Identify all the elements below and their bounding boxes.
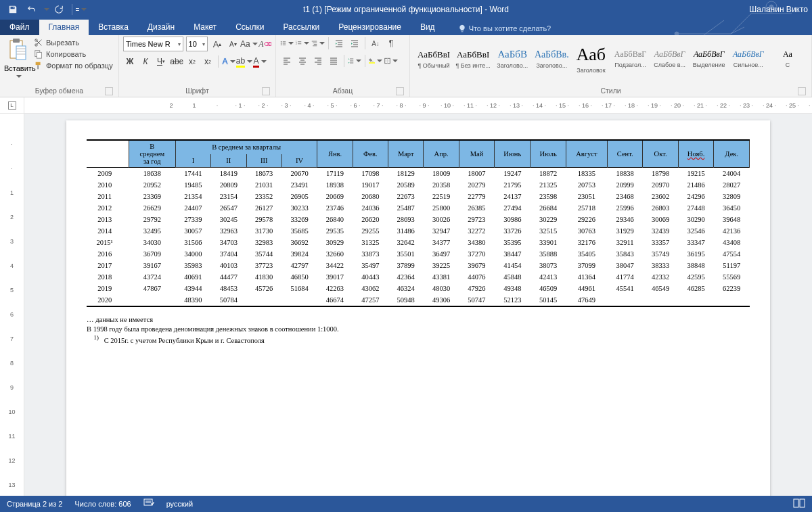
sort-button[interactable]: A↓ [369, 37, 382, 50]
spellcheck-icon[interactable] [143, 498, 154, 509]
window-title: t1 (1) [Режим ограниченной функционально… [303, 5, 509, 14]
borders-button[interactable] [384, 54, 398, 68]
save-icon[interactable] [4, 1, 22, 18]
svg-rect-19 [800, 499, 805, 507]
tab-selector[interactable]: L [8, 101, 16, 110]
tab-design[interactable]: Дизайн [138, 20, 184, 35]
group-label: Буфер обмена [4, 85, 114, 97]
cut-button[interactable]: Вырезать [34, 38, 113, 47]
italic-button[interactable]: К [139, 55, 152, 68]
tab-review[interactable]: Рецензирование [329, 20, 411, 35]
tab-home[interactable]: Главная [39, 20, 89, 35]
format-painter-button[interactable]: Формат по образцу [34, 61, 113, 70]
strikethrough-button[interactable]: abc [170, 55, 183, 68]
change-case-button[interactable]: Aa [242, 37, 256, 51]
svg-rect-4 [13, 39, 20, 43]
show-marks-button[interactable]: ¶ [384, 37, 398, 50]
font-size-combo[interactable]: 10▾ [186, 37, 208, 51]
tab-mailings[interactable]: Рассылки [273, 20, 329, 35]
text-effects-button[interactable]: A [222, 55, 235, 68]
title-bar: = t1 (1) [Режим ограниченной функциональ… [0, 0, 812, 19]
shrink-font-button[interactable]: A▾ [227, 37, 240, 51]
subscript-button[interactable]: x2 [185, 55, 199, 68]
dec-indent-button[interactable] [332, 37, 346, 50]
svg-point-10 [281, 41, 282, 43]
dialog-launcher-icon[interactable] [105, 87, 113, 95]
copy-button[interactable]: Копировать [34, 49, 113, 59]
page-indicator[interactable]: Страница 2 из 2 [7, 500, 62, 508]
horizontal-ruler: L 21·· 1 ·· 2 ·· 3 ·· 4 ·· 5 ·· 6 ·· 7 ·… [0, 97, 812, 114]
style-¶ Обычный[interactable]: АаБбВвІ¶ Обычный [414, 41, 453, 77]
style-Подзагол...[interactable]: АаБбВвГПодзагол... [610, 41, 650, 77]
group-paragraph: 12 A↓ ¶ Абзац [276, 35, 410, 97]
group-clipboard: Вставить Вырезать Копировать Формат по о… [0, 35, 119, 97]
paste-button[interactable]: Вставить [4, 37, 31, 80]
style-Сильное...[interactable]: АаБбВвГСильное... [729, 41, 768, 77]
redo-icon[interactable] [50, 1, 68, 18]
page: Всреднемза годВ среднем за кварталыЯнв.Ф… [66, 120, 770, 499]
user-name: Шаланин Викто [749, 5, 808, 14]
view-read-icon[interactable] [793, 498, 805, 509]
copy-icon [34, 49, 43, 59]
language[interactable]: русский [166, 500, 193, 508]
svg-point-12 [281, 45, 282, 46]
style-С[interactable]: АаС [768, 41, 807, 77]
svg-rect-18 [794, 499, 798, 507]
tab-references[interactable]: Ссылки [226, 20, 273, 35]
ribbon: Вставить Вырезать Копировать Формат по о… [0, 35, 812, 97]
word-count[interactable]: Число слов: 606 [74, 500, 131, 508]
style-¶ Без инте...[interactable]: АаБбВвІ¶ Без инте... [453, 41, 493, 77]
vertical-ruler: ··1234567891011121314 [0, 114, 24, 509]
style-Заголовок[interactable]: АабЗаголовок [571, 41, 610, 77]
dialog-launcher-icon[interactable] [396, 87, 404, 95]
brush-icon [34, 61, 43, 70]
grow-font-button[interactable]: A▴ [210, 37, 223, 51]
scissors-icon [34, 38, 43, 47]
document-area[interactable]: Всреднемза годВ среднем за кварталыЯнв.Ф… [24, 114, 812, 509]
numbering-button[interactable]: 12 [296, 37, 309, 50]
multilevel-button[interactable] [311, 37, 325, 50]
lightbulb-icon [458, 24, 466, 32]
underline-button[interactable]: Ч▾ [154, 55, 168, 68]
qat-customize[interactable]: = [76, 1, 86, 18]
align-right-button[interactable] [311, 54, 325, 68]
svg-rect-9 [37, 52, 41, 58]
group-font: Times New R▾ 10▾ A▴ A▾ Aa A⌫ Ж К Ч▾ abc … [119, 35, 276, 97]
tell-me-search[interactable]: Что вы хотите сделать? [458, 24, 551, 35]
group-styles: АаБбВвІ¶ ОбычныйАаБбВвІ¶ Без инте...АаБб… [410, 35, 812, 97]
align-left-button[interactable] [280, 54, 294, 68]
svg-point-11 [281, 43, 282, 44]
svg-text:2: 2 [296, 43, 297, 45]
ribbon-tabs: Файл Главная Вставка Дизайн Макет Ссылки… [0, 19, 812, 35]
tab-insert[interactable]: Вставка [89, 20, 138, 35]
style-Слабое в...[interactable]: АаБбВвГСлабое в... [650, 41, 690, 77]
bullets-button[interactable] [280, 37, 294, 50]
line-spacing-button[interactable] [348, 54, 361, 68]
style-Заголово...[interactable]: АаБбВЗаголово... [493, 41, 532, 77]
undo-dropdown[interactable] [42, 1, 49, 18]
inc-indent-button[interactable] [348, 37, 361, 50]
data-table: Всреднемза годВ среднем за кварталыЯнв.Ф… [87, 139, 750, 307]
style-Заголово...[interactable]: АаБбВв.Заголово... [532, 41, 571, 77]
footnotes: … данных не имеется В 1998 году была про… [87, 315, 750, 346]
tab-file[interactable]: Файл [0, 20, 39, 35]
superscript-button[interactable]: x2 [201, 55, 215, 68]
clear-format-button[interactable]: A⌫ [258, 37, 271, 51]
svg-rect-5 [16, 46, 26, 60]
dialog-launcher-icon[interactable] [262, 87, 270, 95]
bold-button[interactable]: Ж [123, 55, 137, 68]
style-Выделение[interactable]: АаБбВвГВыделение [690, 41, 729, 77]
quick-access-toolbar: = [0, 1, 86, 18]
undo-icon[interactable] [23, 1, 41, 18]
font-color-button[interactable]: A [253, 55, 267, 68]
dialog-launcher-icon[interactable] [798, 87, 806, 95]
shading-button[interactable] [369, 54, 382, 68]
justify-button[interactable] [327, 54, 340, 68]
font-name-combo[interactable]: Times New R▾ [123, 37, 183, 51]
tab-layout[interactable]: Макет [184, 20, 226, 35]
svg-rect-15 [369, 62, 375, 64]
status-bar: Страница 2 из 2 Число слов: 606 русский [0, 496, 812, 512]
tab-view[interactable]: Вид [411, 20, 445, 35]
highlight-button[interactable]: ab [238, 55, 251, 68]
align-center-button[interactable] [296, 54, 309, 68]
